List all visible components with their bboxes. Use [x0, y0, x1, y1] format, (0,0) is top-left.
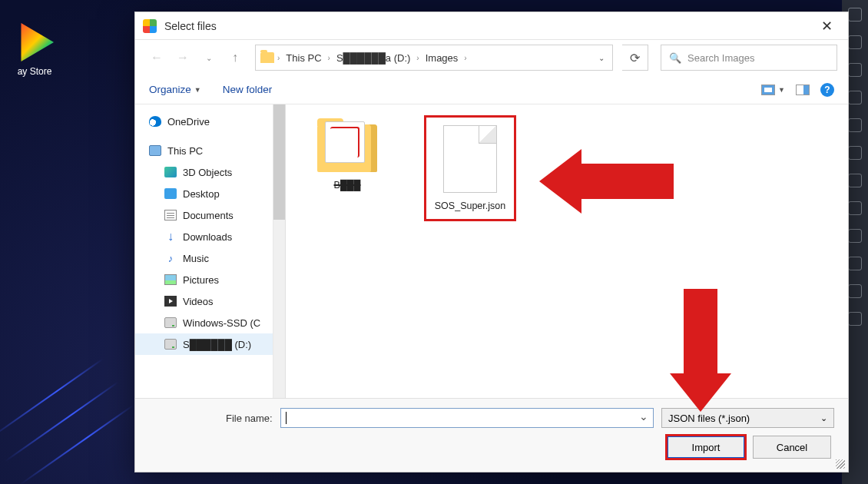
help-button[interactable]: ? [820, 83, 834, 97]
tree-desktop[interactable]: Desktop [135, 183, 273, 204]
close-button[interactable]: ✕ [813, 15, 840, 38]
chevron-down-icon: ▼ [778, 86, 785, 94]
tree-downloads[interactable]: ↓ Downloads [135, 226, 273, 247]
breadcrumb-thispc[interactable]: This PC [283, 52, 324, 64]
tree-label: Videos [183, 296, 214, 307]
tree-label: Downloads [183, 231, 232, 243]
breadcrumb-folder[interactable]: Images [422, 52, 462, 64]
sidebar-icon[interactable] [848, 174, 862, 187]
toolbar: Organize ▼ New folder ▼ ? [135, 75, 848, 104]
tree-onedrive[interactable]: OneDrive [135, 111, 273, 132]
view-menu[interactable]: ▼ [761, 85, 785, 95]
cube-icon [164, 167, 177, 177]
file-icon [443, 125, 497, 193]
up-button[interactable]: ↑ [224, 47, 246, 68]
tree-label: OneDrive [167, 116, 210, 128]
sidebar-icon[interactable] [848, 35, 862, 49]
folder-icon [260, 52, 274, 63]
breadcrumb-drive[interactable]: S██████a (D:) [333, 52, 413, 64]
documents-icon [164, 210, 177, 220]
pictures-icon [164, 274, 177, 285]
app-icon [143, 19, 157, 33]
file-item-json[interactable]: SOS_Super.json [424, 115, 516, 221]
tree-documents[interactable]: Documents [135, 204, 273, 226]
dialog-title: Select files [164, 20, 813, 32]
tree-3dobjects[interactable]: 3D Objects [135, 161, 273, 183]
drive-icon [164, 339, 177, 350]
search-input[interactable]: 🔍 Search Images [661, 45, 837, 71]
new-folder-button[interactable]: New folder [223, 84, 273, 95]
forward-button[interactable]: → [172, 47, 194, 68]
dialog-body: OneDrive This PC 3D Objects Desktop Docu… [135, 104, 848, 398]
play-store-shortcut[interactable]: ay Store [8, 23, 61, 77]
import-button[interactable]: Import [667, 436, 745, 459]
tree-label: Music [183, 253, 209, 264]
dialog-footer: File name: JSON files (*.json) ⌄ Import … [135, 398, 848, 472]
folder-item[interactable]: B███ [301, 115, 393, 191]
cancel-button[interactable]: Cancel [753, 436, 831, 459]
downloads-icon: ↓ [164, 231, 177, 242]
resize-grip[interactable] [836, 459, 845, 469]
chevron-down-icon: ▼ [194, 86, 201, 94]
refresh-button[interactable]: ⟳ [622, 45, 648, 71]
sidebar-icon[interactable] [848, 201, 862, 215]
nav-tree: OneDrive This PC 3D Objects Desktop Docu… [135, 104, 273, 398]
chevron-right-icon: › [328, 54, 330, 62]
recent-dropdown[interactable]: ⌄ [198, 47, 220, 68]
annotation-arrow-down [670, 289, 731, 412]
sidebar-icon[interactable] [848, 63, 862, 77]
tree-drive-d[interactable]: S██████ (D:) [135, 333, 273, 355]
preview-pane-button[interactable] [796, 85, 810, 95]
view-icon [761, 85, 775, 95]
tree-label: 3D Objects [183, 167, 232, 178]
bg-streak [20, 405, 134, 484]
drive-icon [164, 317, 177, 328]
sidebar-icon[interactable] [848, 284, 862, 298]
file-dialog: Select files ✕ ← → ⌄ ↑ › This PC › S████… [134, 12, 849, 472]
chevron-right-icon: › [464, 54, 466, 62]
tree-winssd[interactable]: Windows-SSD (C [135, 312, 273, 333]
filetype-label: JSON files (*.json) [668, 413, 750, 424]
filename-label: File name: [226, 413, 273, 424]
scroll-thumb[interactable] [273, 104, 285, 220]
play-store-label: ay Store [8, 66, 61, 77]
titlebar: Select files ✕ [135, 12, 848, 40]
filename-input[interactable] [280, 408, 654, 428]
sidebar-icon[interactable] [848, 229, 862, 243]
sidebar-icon[interactable] [848, 312, 862, 326]
music-icon: ♪ [164, 253, 177, 264]
search-placeholder: Search Images [687, 52, 754, 64]
sidebar-icon[interactable] [848, 146, 862, 160]
sidebar-icon[interactable] [848, 91, 862, 104]
folder-icon [317, 124, 377, 172]
tree-scrollbar[interactable] [273, 104, 286, 398]
pc-icon [149, 145, 161, 156]
organize-menu[interactable]: Organize ▼ [149, 84, 201, 95]
search-icon: 🔍 [669, 52, 681, 64]
tree-label: Documents [183, 210, 234, 221]
tree-label: Windows-SSD (C [183, 317, 260, 329]
tree-label: This PC [167, 145, 203, 157]
tree-label: Desktop [183, 188, 220, 200]
videos-icon [164, 296, 177, 307]
onedrive-icon [149, 116, 161, 127]
sidebar-icon[interactable] [848, 8, 862, 22]
play-store-icon [15, 23, 54, 61]
sidebar-icon[interactable] [848, 257, 862, 270]
desktop-icon [164, 188, 177, 199]
tree-label: Pictures [183, 274, 219, 286]
tree-videos[interactable]: Videos [135, 290, 273, 312]
address-bar[interactable]: › This PC › S██████a (D:) › Images › ⌄ [255, 45, 613, 71]
tree-music[interactable]: ♪ Music [135, 247, 273, 269]
address-dropdown[interactable]: ⌄ [595, 54, 608, 62]
annotation-arrow-left [539, 149, 674, 214]
nav-bar: ← → ⌄ ↑ › This PC › S██████a (D:) › Imag… [135, 40, 848, 75]
tree-thispc[interactable]: This PC [135, 140, 273, 161]
back-button[interactable]: ← [146, 47, 167, 68]
chevron-right-icon: › [277, 54, 280, 62]
folder-label: B███ [301, 180, 393, 191]
file-list[interactable]: B███ SOS_Super.json [286, 104, 848, 398]
chevron-down-icon: ⌄ [820, 413, 827, 423]
sidebar-icon[interactable] [848, 118, 862, 132]
tree-pictures[interactable]: Pictures [135, 269, 273, 290]
